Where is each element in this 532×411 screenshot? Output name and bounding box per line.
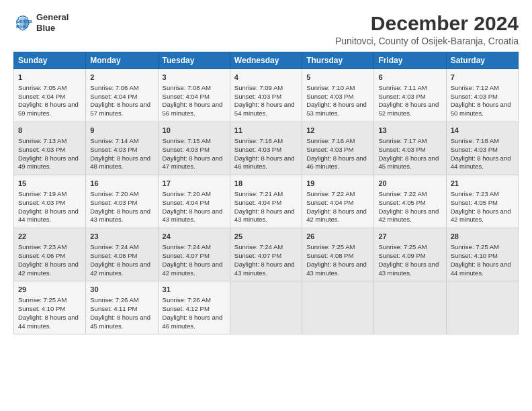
sunset: Sunset: 4:11 PM [90,305,137,312]
day-cell: 20Sunrise: 7:22 AMSunset: 4:05 PMDayligh… [374,175,446,228]
header-cell-thursday: Thursday [302,52,374,69]
sunset: Sunset: 4:04 PM [18,93,65,100]
sunset: Sunset: 4:07 PM [234,252,281,259]
sunrise: Sunrise: 7:22 AM [378,190,427,197]
calendar-table: SundayMondayTuesdayWednesdayThursdayFrid… [13,52,519,334]
sunrise: Sunrise: 7:25 AM [306,243,355,250]
sunrise: Sunrise: 7:08 AM [163,84,211,91]
header-row: SundayMondayTuesdayWednesdayThursdayFrid… [14,52,519,69]
day-cell: 11Sunrise: 7:16 AMSunset: 4:03 PMDayligh… [230,122,302,175]
day-cell: 16Sunrise: 7:20 AMSunset: 4:03 PMDayligh… [86,175,158,228]
day-number: 19 [306,179,369,189]
sunset: Sunset: 4:10 PM [18,305,65,312]
sunrise: Sunrise: 7:05 AM [18,84,66,91]
sunset: Sunset: 4:03 PM [378,146,425,153]
day-number: 30 [90,285,153,295]
day-number: 5 [306,73,369,83]
day-number: 7 [451,73,514,83]
day-cell: 10Sunrise: 7:15 AMSunset: 4:03 PMDayligh… [158,122,230,175]
sunset: Sunset: 4:04 PM [234,199,281,206]
day-cell: 24Sunrise: 7:24 AMSunset: 4:07 PMDayligh… [158,228,230,281]
sunrise: Sunrise: 7:17 AM [378,137,427,144]
logo-text: General Blue [36,12,69,33]
day-cell: 17Sunrise: 7:20 AMSunset: 4:04 PMDayligh… [158,175,230,228]
day-number: 20 [378,179,441,189]
daylight: Daylight: 8 hours and 43 minutes. [90,208,150,224]
sunset: Sunset: 4:03 PM [451,146,498,153]
sunset: Sunset: 4:03 PM [18,199,65,206]
day-cell: 8Sunrise: 7:13 AMSunset: 4:03 PMDaylight… [14,122,86,175]
week-row-4: 22Sunrise: 7:23 AMSunset: 4:06 PMDayligh… [14,228,519,281]
daylight: Daylight: 8 hours and 46 minutes. [306,154,367,171]
day-cell [374,281,446,334]
sunset: Sunset: 4:03 PM [234,146,281,153]
sunrise: Sunrise: 7:06 AM [90,84,138,91]
daylight: Daylight: 8 hours and 46 minutes. [163,314,223,330]
sunrise: Sunrise: 7:11 AM [378,84,427,91]
daylight: Daylight: 8 hours and 50 minutes. [451,101,511,117]
title-block: December 2024 Punitovci, County of Osije… [335,12,519,46]
week-row-5: 29Sunrise: 7:25 AMSunset: 4:10 PMDayligh… [14,281,519,334]
daylight: Daylight: 8 hours and 56 minutes. [163,101,223,117]
day-cell: 6Sunrise: 7:11 AMSunset: 4:03 PMDaylight… [374,69,446,122]
sunrise: Sunrise: 7:19 AM [18,190,66,197]
daylight: Daylight: 8 hours and 54 minutes. [234,101,295,117]
day-cell: 30Sunrise: 7:26 AMSunset: 4:11 PMDayligh… [86,281,158,334]
daylight: Daylight: 8 hours and 42 minutes. [378,208,439,224]
daylight: Daylight: 8 hours and 48 minutes. [90,154,150,171]
daylight: Daylight: 8 hours and 42 minutes. [306,208,367,224]
day-number: 22 [18,232,81,242]
sunset: Sunset: 4:09 PM [378,252,425,259]
day-cell: 19Sunrise: 7:22 AMSunset: 4:04 PMDayligh… [302,175,374,228]
sunset: Sunset: 4:12 PM [163,305,210,312]
sunset: Sunset: 4:03 PM [163,146,210,153]
day-number: 11 [234,126,298,136]
logo-line1: General [36,12,69,23]
daylight: Daylight: 8 hours and 42 minutes. [451,208,511,224]
day-number: 31 [163,285,226,295]
sunrise: Sunrise: 7:24 AM [90,243,138,250]
day-cell [230,281,302,334]
day-cell: 12Sunrise: 7:16 AMSunset: 4:03 PMDayligh… [302,122,374,175]
svg-text:Blue: Blue [16,24,26,28]
daylight: Daylight: 8 hours and 43 minutes. [234,261,295,277]
day-cell: 26Sunrise: 7:25 AMSunset: 4:08 PMDayligh… [302,228,374,281]
header-cell-saturday: Saturday [446,52,518,69]
sunrise: Sunrise: 7:20 AM [163,190,211,197]
day-number: 13 [378,126,441,136]
sunset: Sunset: 4:03 PM [90,146,137,153]
sunrise: Sunrise: 7:25 AM [378,243,427,250]
daylight: Daylight: 8 hours and 44 minutes. [451,261,511,277]
day-number: 17 [163,179,226,189]
daylight: Daylight: 8 hours and 43 minutes. [234,208,295,224]
sunset: Sunset: 4:05 PM [451,199,498,206]
day-cell: 28Sunrise: 7:25 AMSunset: 4:10 PMDayligh… [446,228,518,281]
daylight: Daylight: 8 hours and 47 minutes. [163,154,223,171]
header-cell-wednesday: Wednesday [230,52,302,69]
sunset: Sunset: 4:03 PM [90,199,137,206]
sunset: Sunset: 4:06 PM [90,252,137,259]
header-cell-monday: Monday [86,52,158,69]
sunrise: Sunrise: 7:16 AM [234,137,283,144]
header: General Blue General Blue December 2024 … [13,12,519,46]
day-cell: 15Sunrise: 7:19 AMSunset: 4:03 PMDayligh… [14,175,86,228]
sunrise: Sunrise: 7:25 AM [18,296,66,304]
sunset: Sunset: 4:03 PM [18,146,65,153]
sunrise: Sunrise: 7:10 AM [306,84,355,91]
sunrise: Sunrise: 7:20 AM [90,190,138,197]
day-cell: 18Sunrise: 7:21 AMSunset: 4:04 PMDayligh… [230,175,302,228]
day-cell: 13Sunrise: 7:17 AMSunset: 4:03 PMDayligh… [374,122,446,175]
sunrise: Sunrise: 7:12 AM [451,84,499,91]
sunrise: Sunrise: 7:25 AM [451,243,499,250]
calendar-page: General Blue General Blue December 2024 … [0,0,532,411]
day-cell: 1Sunrise: 7:05 AMSunset: 4:04 PMDaylight… [14,69,86,122]
day-number: 24 [163,232,226,242]
sunset: Sunset: 4:07 PM [163,252,210,259]
sunrise: Sunrise: 7:26 AM [163,296,211,304]
sunset: Sunset: 4:06 PM [18,252,65,259]
day-number: 9 [90,126,153,136]
day-number: 4 [234,73,298,83]
day-cell: 23Sunrise: 7:24 AMSunset: 4:06 PMDayligh… [86,228,158,281]
sunset: Sunset: 4:04 PM [163,199,210,206]
logo-icon: General Blue [13,13,32,32]
